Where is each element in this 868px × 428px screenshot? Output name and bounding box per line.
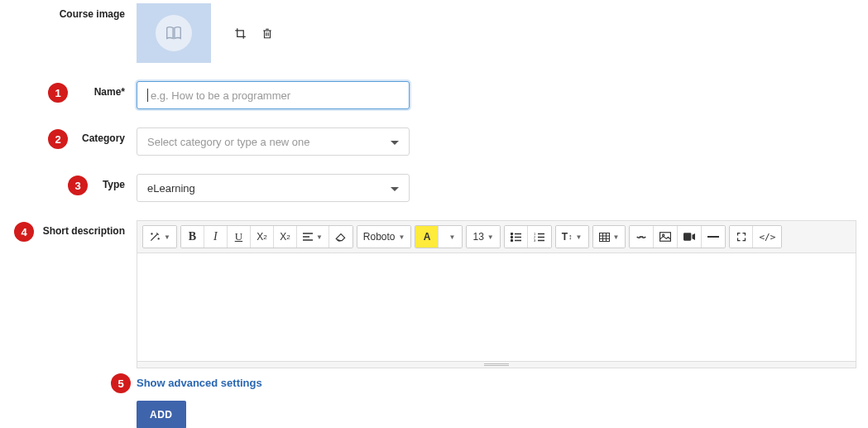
chevron-down-icon	[391, 182, 399, 195]
underline-btn[interactable]: U	[228, 226, 251, 248]
row-type: 3 Type eLearning	[0, 174, 868, 202]
field-type: eLearning	[137, 174, 868, 202]
dropdown-icon: ▼	[613, 233, 620, 241]
ul-btn[interactable]	[505, 226, 528, 248]
font-color-dd[interactable]: ▼	[439, 226, 462, 248]
grip-icon	[484, 363, 509, 366]
italic-btn[interactable]: I	[204, 226, 228, 248]
editor-textarea[interactable]	[137, 253, 856, 361]
dropdown-icon: ▼	[164, 233, 170, 241]
label-course-image: Course image	[0, 3, 137, 20]
label-type: Type	[0, 174, 137, 190]
clear-format-btn[interactable]	[329, 226, 352, 248]
field-category: Select category or type a new one	[137, 127, 868, 156]
hr-icon	[707, 235, 719, 238]
fullscreen-icon	[736, 232, 746, 242]
label-category: Category	[0, 127, 137, 144]
superscript-btn[interactable]: X2	[251, 226, 274, 248]
ol-btn[interactable]: 123	[528, 226, 551, 248]
name-input-wrap[interactable]	[137, 81, 410, 109]
font-color-btn[interactable]: A	[415, 226, 439, 248]
font-size-btn[interactable]: 13▼	[467, 226, 499, 248]
code-btn[interactable]: </>	[753, 226, 781, 248]
type-value: eLearning	[147, 182, 195, 195]
magic-btn[interactable]: ▼	[143, 226, 176, 248]
rich-text-editor: ▼ B I U X2 X2 ▼	[137, 220, 856, 368]
course-image-actions	[234, 27, 273, 40]
svg-point-7	[511, 236, 512, 238]
hr-btn[interactable]	[702, 226, 725, 248]
field-advanced: Show advanced settings	[137, 377, 868, 389]
course-image-thumbnail[interactable]	[137, 3, 211, 63]
table-icon	[599, 233, 610, 242]
subscript-btn[interactable]: X2	[274, 226, 297, 248]
editor-toolbar: ▼ B I U X2 X2 ▼	[137, 221, 856, 253]
magic-icon	[149, 231, 161, 243]
field-name	[137, 81, 868, 109]
svg-text:3: 3	[534, 238, 536, 242]
align-icon	[303, 233, 313, 241]
text-caret	[147, 89, 148, 102]
video-btn[interactable]	[678, 226, 702, 248]
link-btn[interactable]	[630, 226, 654, 248]
delete-icon[interactable]	[261, 27, 273, 40]
category-placeholder: Select category or type a new one	[147, 136, 310, 148]
row-advanced: 5 Show advanced settings	[0, 377, 868, 389]
svg-rect-17	[599, 233, 609, 241]
category-select[interactable]: Select category or type a new one	[137, 127, 410, 156]
ol-icon: 123	[534, 233, 544, 242]
svg-point-1	[158, 238, 159, 239]
svg-rect-24	[683, 233, 691, 240]
image-icon	[659, 232, 671, 242]
name-input[interactable]	[149, 89, 399, 103]
svg-rect-22	[660, 233, 671, 242]
bold-btn[interactable]: B	[181, 226, 204, 248]
row-course-image: Course image	[0, 3, 868, 63]
crop-icon[interactable]	[234, 27, 247, 40]
fullscreen-btn[interactable]	[730, 226, 753, 248]
chevron-down-icon	[391, 136, 399, 148]
row-short-description: 4 Short description ▼ B I U X2 X2	[0, 220, 868, 368]
label-short-description: Short description	[0, 220, 137, 237]
svg-point-5	[511, 233, 512, 234]
book-icon	[165, 24, 183, 42]
dropdown-icon: ▼	[449, 233, 456, 241]
row-category: 2 Category Select category or type a new…	[0, 127, 868, 156]
dropdown-icon: ▼	[316, 233, 323, 241]
align-btn[interactable]: ▼	[297, 226, 329, 248]
eraser-icon	[335, 232, 347, 242]
field-short-description: ▼ B I U X2 X2 ▼	[137, 220, 868, 368]
font-family-btn[interactable]: Roboto▼	[357, 226, 411, 248]
type-select[interactable]: eLearning	[137, 174, 410, 202]
image-btn[interactable]	[654, 226, 678, 248]
dropdown-icon: ▼	[576, 233, 583, 241]
svg-point-0	[151, 233, 152, 234]
dropdown-icon: ▼	[487, 233, 494, 241]
show-advanced-link[interactable]: Show advanced settings	[137, 377, 262, 389]
course-form: Course image	[0, 0, 868, 428]
link-icon	[635, 233, 647, 241]
video-icon	[683, 233, 695, 241]
dropdown-icon: ▼	[399, 233, 405, 241]
course-image-placeholder	[156, 15, 192, 51]
ul-icon	[511, 233, 521, 242]
label-name: Name*	[0, 81, 137, 98]
row-submit: ADD	[0, 401, 868, 428]
editor-resize-handle[interactable]	[137, 361, 856, 368]
table-btn[interactable]: ▼	[593, 226, 626, 248]
row-name: 1 Name*	[0, 81, 868, 109]
field-course-image	[137, 3, 868, 63]
svg-point-9	[511, 239, 512, 241]
lineheight-btn[interactable]: T↕▼	[556, 226, 588, 248]
add-button[interactable]: ADD	[137, 401, 186, 428]
